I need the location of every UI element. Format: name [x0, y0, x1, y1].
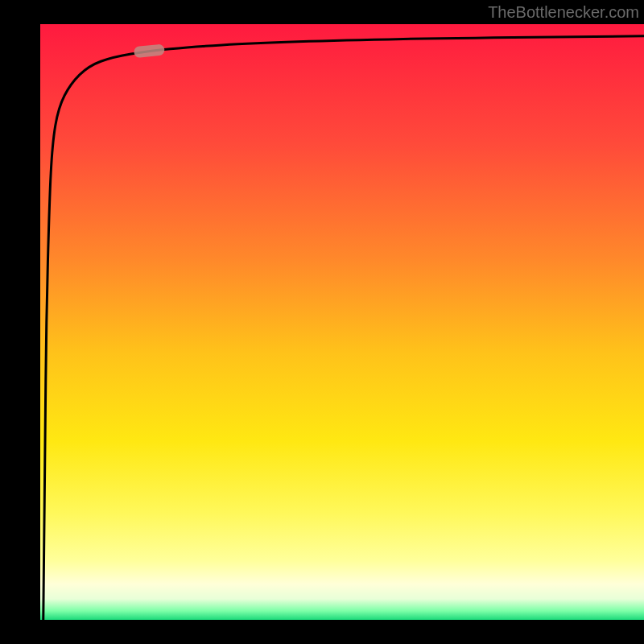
- plot-area: [40, 24, 644, 620]
- svg-rect-1: [134, 43, 165, 58]
- watermark-label: TheBottlenecker.com: [488, 3, 639, 22]
- curve-marker: [134, 43, 165, 58]
- bottleneck-curve: [43, 36, 644, 620]
- curve-layer: [40, 24, 644, 620]
- chart-canvas: TheBottlenecker.com: [0, 0, 644, 644]
